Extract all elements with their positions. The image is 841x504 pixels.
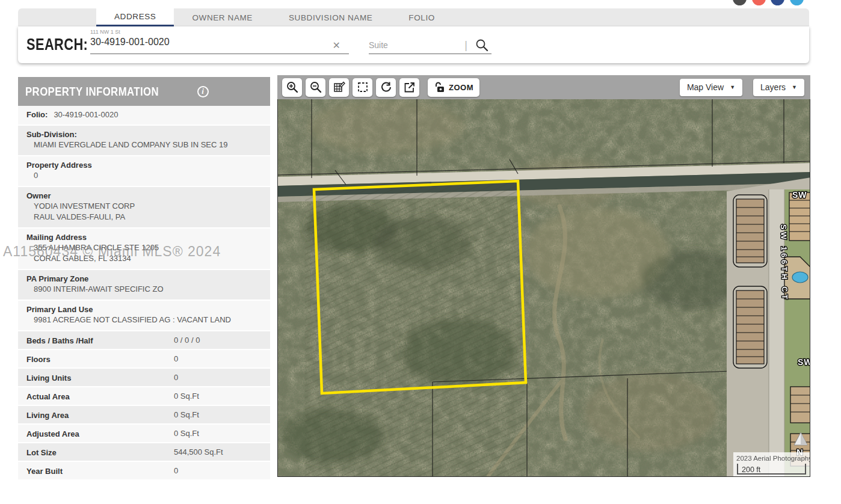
map-toolbar: ZOOM Map View ▼ Layers ▼	[277, 75, 810, 99]
row-value: 30-4919-001-0020	[54, 110, 118, 119]
search-tabs: ADDRESS OWNER NAME SUBDIVISION NAME FOLI…	[18, 8, 809, 26]
zoom-out-button[interactable]	[306, 78, 325, 97]
scale-box: 2023 Aerial Photography 200 ft	[733, 452, 810, 477]
aerial-map[interactable]: SW SW 166TH CT SW N 2023 Aerial Photogra…	[277, 99, 810, 477]
unlock-icon	[434, 81, 446, 93]
row-value: 0	[174, 373, 178, 382]
chevron-down-icon: ▼	[792, 84, 797, 90]
row-label: Beds / Baths /Half	[26, 336, 93, 345]
row-label: Mailing Address	[26, 232, 262, 242]
property-row: Floors0	[18, 350, 270, 369]
chevron-down-icon: ▼	[730, 84, 735, 90]
layers-dropdown[interactable]: Layers ▼	[753, 79, 804, 96]
street-label-sw-bottom: SW	[798, 357, 810, 367]
row-label: Property Address	[26, 160, 262, 170]
aerial-imagery: SW SW 166TH CT SW N 2023 Aerial Photogra…	[278, 99, 810, 477]
twitter-icon[interactable]	[790, 0, 804, 5]
facebook-icon[interactable]	[771, 0, 784, 5]
row-label: Year Built	[26, 467, 63, 476]
property-information-header: PROPERTY INFORMATION i	[18, 77, 270, 106]
row-label: Living Units	[26, 373, 71, 383]
property-information-panel: PROPERTY INFORMATION i Folio:30-4919-001…	[18, 77, 270, 481]
row-label: Adjusted Area	[26, 429, 79, 438]
property-row: Lot Size544,500 Sq.Ft	[18, 443, 270, 462]
row-value-line: 355 ALHAMBRA CIRCLE STE 1205	[26, 242, 262, 253]
property-row: Actual Area0 Sq.Ft	[18, 387, 270, 406]
suite-input[interactable]: Suite |	[369, 37, 491, 54]
row-label: Actual Area	[26, 392, 70, 401]
row-value: 0 Sq.Ft	[174, 429, 199, 438]
row-label: Living Area	[26, 411, 69, 420]
row-label: Floors	[26, 355, 51, 364]
google-icon[interactable]	[752, 0, 766, 5]
zoom-lock-button[interactable]: ZOOM	[428, 78, 479, 97]
suite-placeholder: Suite	[369, 37, 491, 50]
map-section: ZOOM Map View ▼ Layers ▼	[277, 75, 810, 477]
property-row: Adjusted Area0 Sq.Ft	[18, 425, 270, 443]
map-view-dropdown[interactable]: Map View ▼	[680, 79, 742, 96]
row-label: Sub-Division:	[26, 129, 262, 140]
property-row: Mailing Address355 ALHAMBRA CIRCLE STE 1…	[18, 229, 270, 270]
row-value-line: 0	[26, 170, 262, 181]
sketch-button[interactable]	[329, 78, 349, 97]
scale-label: 200 ft	[742, 466, 761, 474]
row-value-line: CORAL GABLES, FL 33134	[26, 253, 262, 264]
layers-label: Layers	[760, 82, 786, 92]
info-icon[interactable]: i	[197, 86, 209, 97]
row-value: 544,500 Sq.Ft	[174, 447, 223, 456]
street-label-sw-top: SW	[792, 190, 807, 200]
row-label: Lot Size	[26, 448, 57, 457]
tab-address[interactable]: ADDRESS	[96, 8, 174, 26]
property-row: Living Area0 Sq.Ft	[18, 406, 270, 425]
divider: |	[464, 39, 467, 52]
export-button[interactable]	[399, 78, 419, 97]
row-value: 0	[174, 466, 178, 475]
zoom-lock-label: ZOOM	[449, 83, 473, 92]
clear-icon[interactable]: ✕	[333, 40, 340, 51]
property-row: Primary Land Use9981 ACREAGE NOT CLASSIF…	[18, 301, 270, 331]
row-value: 0 Sq.Ft	[174, 410, 199, 419]
folio-search-input[interactable]: 111 NW 1 St 30-4919-001-0020 ✕	[90, 29, 349, 54]
panel-title: PROPERTY INFORMATION	[25, 84, 159, 99]
row-value-line: 9981 ACREAGE NOT CLASSIFIED AG : VACANT …	[26, 315, 262, 325]
row-value-line: 8900 INTERIM-AWAIT SPECIFIC ZO	[26, 284, 262, 295]
tab-folio[interactable]: FOLIO	[390, 8, 453, 26]
row-label: Owner	[26, 191, 262, 201]
row-value: 0 Sq.Ft	[174, 392, 199, 401]
row-value: 0 / 0 / 0	[174, 336, 200, 345]
row-value: 0	[174, 354, 178, 363]
search-input-value: 30-4919-001-0020	[90, 37, 349, 48]
row-value-line: YODIA INVESTMENT CORP	[26, 201, 262, 212]
property-row: Beds / Baths /Half0 / 0 / 0	[18, 331, 270, 350]
row-label: Primary Land Use	[26, 304, 262, 315]
share-icon[interactable]	[733, 0, 747, 5]
property-row: Sub-Division:MIAMI EVERGLADE LAND COMPAN…	[18, 126, 270, 156]
attribution-label: 2023 Aerial Photography	[736, 455, 810, 462]
property-row: Folio:30-4919-001-0020	[18, 106, 270, 126]
row-label: PA Primary Zone	[26, 274, 262, 284]
tab-owner-name[interactable]: OWNER NAME	[174, 8, 271, 26]
property-row: Living Units0	[18, 369, 270, 387]
property-row: Property Address0	[18, 156, 270, 187]
tab-subdivision-name[interactable]: SUBDIVISION NAME	[271, 8, 390, 26]
row-value-line: RAUL VALDES-FAULI, PA	[26, 212, 262, 223]
zoom-in-button[interactable]	[282, 78, 302, 97]
property-row: OwnerYODIA INVESTMENT CORPRAUL VALDES-FA…	[18, 187, 270, 229]
property-row: PA Primary Zone8900 INTERIM-AWAIT SPECIF…	[18, 270, 270, 301]
search-label: SEARCH:	[26, 35, 88, 54]
property-row: Year Built0	[18, 462, 270, 481]
select-extent-button[interactable]	[353, 78, 372, 97]
search-icon[interactable]	[475, 38, 489, 55]
reset-button[interactable]	[376, 78, 396, 97]
row-label: Folio:	[26, 110, 48, 119]
address-hint: 111 NW 1 St	[90, 29, 349, 35]
search-card: ADDRESS OWNER NAME SUBDIVISION NAME FOLI…	[18, 8, 809, 63]
map-view-label: Map View	[687, 82, 724, 92]
row-value-line: MIAMI EVERGLADE LAND COMPANY SUB IN SEC …	[26, 140, 262, 150]
street-label-sw-166th-ct: SW 166TH CT	[779, 224, 789, 302]
